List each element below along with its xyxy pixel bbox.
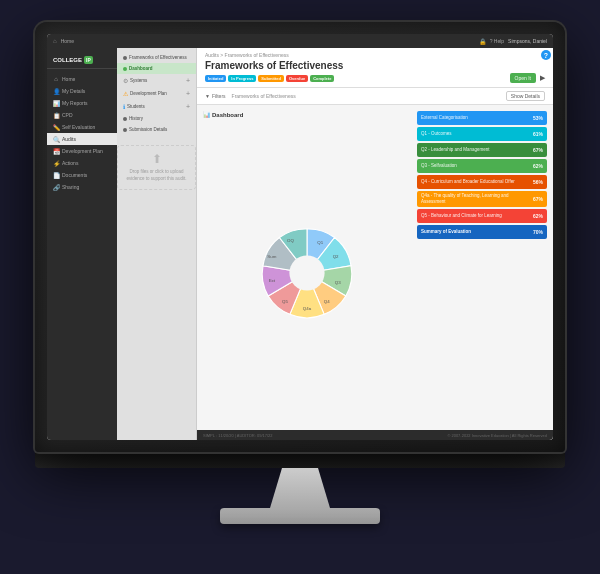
score-external-pct: 53% <box>533 115 543 121</box>
arrow-right-icon[interactable]: ▶ <box>540 74 545 82</box>
history-dot <box>123 117 127 121</box>
sidebar-item-dev-plan[interactable]: 📅 Development Plan <box>47 145 117 157</box>
sidebar-item-audits[interactable]: 🔍 Audits <box>47 133 117 145</box>
sub-item-frameworks[interactable]: Frameworks of Effectiveness <box>117 52 196 63</box>
score-q5-label: Q5 - Behaviour and Climate for Learning <box>421 213 533 219</box>
sidebar-item-cpd[interactable]: 📋 CPD <box>47 109 117 121</box>
filter-text: Filters <box>212 93 226 99</box>
content-area: Audits > Frameworks of Effectiveness Fra… <box>197 48 553 440</box>
sidebar-actions-label: Actions <box>62 160 78 166</box>
show-details-button[interactable]: Show Details <box>506 91 545 101</box>
badge-initiated: Initiated <box>205 75 226 82</box>
help-link[interactable]: ? Help <box>490 38 504 44</box>
sub-item-history[interactable]: History <box>117 113 196 124</box>
chart-panel: 📊 Dashboard <box>203 111 411 424</box>
students-icon: ℹ <box>123 103 125 110</box>
score-q3-pct: 62% <box>533 163 543 169</box>
sidebar-docs-label: Documents <box>62 172 87 178</box>
sub-history-label: History <box>129 116 143 121</box>
sidebar-item-sharing[interactable]: 🔗 Sharing <box>47 181 117 193</box>
self-eval-icon: ✏️ <box>53 124 59 130</box>
badge-submitted: Submitted <box>258 75 284 82</box>
sidebar-item-self-evaluation[interactable]: ✏️ Self Evaluation <box>47 121 117 133</box>
monitor-bezel-bottom <box>35 452 565 468</box>
systems-add-icon[interactable]: + <box>186 77 190 84</box>
sub-item-dashboard[interactable]: Dashboard <box>117 63 196 74</box>
score-q4-label: Q4 - Curriculum and Broader Educational … <box>421 179 533 185</box>
monitor-frame: ⌂ Home 🔒 ? Help Simpsons, Daniel COLLEGE <box>35 22 565 452</box>
status-badges: Initiated In Progress Submitted Overdue … <box>205 75 506 82</box>
filter-label: ▼ Filters Frameworks of Effectiveness <box>205 93 296 99</box>
reports-icon: 📊 <box>53 100 59 106</box>
audits-icon: 🔍 <box>53 136 59 142</box>
question-badge[interactable]: ? <box>541 50 551 60</box>
sub-frameworks-label: Frameworks of Effectiveness <box>129 55 187 60</box>
sub-submission-label: Submission Details <box>129 127 167 132</box>
sidebar-home-label: Home <box>62 76 75 82</box>
score-item-q1: Q1 - Outcomes 61% <box>417 127 547 141</box>
logo-ip: IP <box>84 56 93 64</box>
students-add-icon[interactable]: + <box>186 103 190 110</box>
documents-icon: 📄 <box>53 172 59 178</box>
score-item-q3: Q3 - Selfvaluation 62% <box>417 159 547 173</box>
score-q4a-pct: 67% <box>533 196 543 202</box>
sub-item-submission[interactable]: Submission Details <box>117 124 196 135</box>
score-q5-pct: 62% <box>533 213 543 219</box>
devplan-warn-icon: ⚠ <box>123 90 128 97</box>
badge-complete: Complete <box>310 75 334 82</box>
lock-icon: 🔒 <box>479 38 486 45</box>
score-q2-label: Q2 - Leadership and Management <box>421 147 533 153</box>
panel-title: 📊 Dashboard <box>203 111 411 118</box>
bottom-left: SIMPL : 11/20/20 | AUDITOR: 09/17/22 <box>203 433 273 438</box>
sub-item-dev-plan[interactable]: ⚠ Development Plan + <box>117 87 196 100</box>
sub-item-systems[interactable]: ⚙ Systems + <box>117 74 196 87</box>
screen-content: ⌂ Home 🔒 ? Help Simpsons, Daniel COLLEGE <box>47 34 553 440</box>
monitor-screen: ⌂ Home 🔒 ? Help Simpsons, Daniel COLLEGE <box>47 34 553 440</box>
open-button[interactable]: Open It <box>510 73 536 83</box>
svg-text:Q3: Q3 <box>335 280 341 285</box>
sidebar-item-actions[interactable]: ⚡ Actions <box>47 157 117 169</box>
sidebar-devplan-label: Development Plan <box>62 148 103 154</box>
dashboard-area: 📊 Dashboard <box>197 105 553 430</box>
sidebar-reports-label: My Reports <box>62 100 88 106</box>
svg-text:Q1: Q1 <box>317 240 323 245</box>
sub-item-students[interactable]: ℹ Students + <box>117 100 196 113</box>
main-layout: COLLEGE IP ⌂ Home 👤 My Details 📊 <box>47 48 553 440</box>
upload-area[interactable]: ⬆ Drop files or click to upload evidence… <box>117 145 196 190</box>
upload-label: Drop files or click to upload evidence t… <box>127 169 187 181</box>
sub-devplan-label: Development Plan <box>130 91 167 96</box>
sidebar-item-my-reports[interactable]: 📊 My Reports <box>47 97 117 109</box>
nav-right: 🔒 ? Help Simpsons, Daniel <box>479 38 547 45</box>
home-nav-label[interactable]: Home <box>61 38 74 44</box>
chart-icon: 📊 <box>203 111 210 118</box>
sidebar-item-home[interactable]: ⌂ Home <box>47 73 117 85</box>
filter-bar: ▼ Filters Frameworks of Effectiveness Sh… <box>197 88 553 105</box>
score-summary-label: Summary of Evaluation <box>421 229 533 235</box>
filter-icon: ▼ <box>205 93 210 99</box>
sidebar-mydetails-label: My Details <box>62 88 85 94</box>
svg-point-0 <box>289 255 324 290</box>
sidebar-selfeval-label: Self Evaluation <box>62 124 95 130</box>
sidebar-item-my-details[interactable]: 👤 My Details <box>47 85 117 97</box>
monitor-neck <box>270 468 330 508</box>
score-item-q4a: Q4a - The quality of Teaching, Learning … <box>417 191 547 207</box>
home-nav-icon: ⌂ <box>53 38 57 44</box>
bottom-bar: SIMPL : 11/20/20 | AUDITOR: 09/17/22 © 2… <box>197 430 553 440</box>
cpd-icon: 📋 <box>53 112 59 118</box>
devplan-add-icon[interactable]: + <box>186 90 190 97</box>
top-navigation: ⌂ Home 🔒 ? Help Simpsons, Daniel <box>47 34 553 48</box>
score-external-label: External Categorisation <box>421 115 533 121</box>
score-item-external: External Categorisation 53% <box>417 111 547 125</box>
logo-text: COLLEGE <box>53 57 82 63</box>
svg-text:Q4: Q4 <box>324 299 330 304</box>
sidebar-item-documents[interactable]: 📄 Documents <box>47 169 117 181</box>
home-icon: ⌂ <box>53 76 59 82</box>
sharing-icon: 🔗 <box>53 184 59 190</box>
score-item-q4: Q4 - Curriculum and Broader Educational … <box>417 175 547 189</box>
score-summary-pct: 70% <box>533 229 543 235</box>
score-item-summary: Summary of Evaluation 70% <box>417 225 547 239</box>
devplan-icon: 📅 <box>53 148 59 154</box>
frameworks-dot <box>123 56 127 60</box>
page-title: Frameworks of Effectiveness <box>205 60 545 71</box>
page-header: Audits > Frameworks of Effectiveness Fra… <box>197 48 553 88</box>
